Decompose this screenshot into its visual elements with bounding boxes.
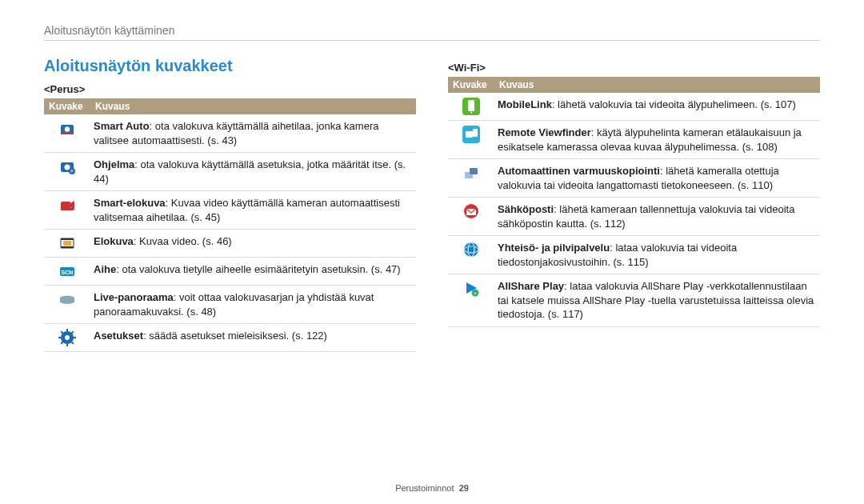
table-row: Live-panoraama: voit ottaa valokuvasarja… — [44, 286, 416, 324]
row-term: Asetukset — [94, 330, 143, 342]
row-description: Live-panoraama: voit ottaa valokuvasarja… — [90, 286, 416, 324]
row-description: Asetukset: säädä asetukset mieleisiksesi… — [90, 324, 416, 352]
svg-rect-33 — [470, 168, 478, 174]
row-description: MobileLink: lähetä valokuvia tai videoit… — [494, 93, 820, 121]
page-footer: Perustoiminnot 29 — [44, 475, 820, 504]
mobilelink-icon — [462, 98, 480, 115]
col-icon: Kuvake — [448, 77, 494, 93]
svg-point-28 — [470, 112, 472, 114]
svg-point-4 — [65, 165, 70, 170]
svg-rect-18 — [66, 329, 68, 333]
remote-viewfinder-icon — [462, 126, 480, 143]
row-description: Ohjelma: ota valokuva käyttämällä asetuk… — [90, 153, 416, 191]
footer-page: 29 — [459, 483, 469, 493]
row-term: MobileLink — [498, 98, 552, 110]
row-description: Sähköposti: lähetä kameraan tallennettuj… — [494, 198, 820, 236]
breadcrumb: Aloitusnäytön käyttäminen — [44, 24, 820, 37]
row-term: Live-panoraama — [94, 291, 174, 303]
table-row: Sähköposti: lähetä kameraan tallennettuj… — [448, 198, 820, 236]
row-description: Aihe: ota valokuva tietylle aiheelle esi… — [90, 258, 416, 286]
svg-rect-2 — [61, 132, 74, 134]
table-row: SCNAihe: ota valokuva tietylle aiheelle … — [44, 258, 416, 286]
row-text: : lähetä valokuvia tai videoita älypuhel… — [552, 98, 796, 110]
allshare-icon: + — [462, 279, 480, 297]
row-term: Sähköposti — [498, 203, 554, 215]
table-row: Automaattinen varmuuskopiointi: lähetä k… — [448, 159, 820, 198]
email-icon — [462, 202, 480, 220]
svg-rect-27 — [468, 100, 474, 111]
row-term: Aihe — [94, 263, 116, 275]
wifi-heading: <Wi-Fi> — [448, 62, 820, 74]
row-description: AllShare Play: lataa valokuvia AllShare … — [494, 274, 820, 327]
movie-icon — [58, 234, 76, 252]
svg-point-36 — [464, 242, 478, 257]
svg-text:SCN: SCN — [62, 270, 74, 275]
page-title: Aloitusnäytön kuvakkeet — [44, 57, 416, 75]
row-term: AllShare Play — [498, 280, 564, 292]
svg-point-17 — [65, 335, 70, 340]
footer-section: Perustoiminnot — [395, 483, 454, 493]
row-term: Ohjelma — [94, 158, 134, 170]
cloud-icon — [462, 241, 480, 258]
svg-rect-7 — [61, 202, 70, 209]
col-icon: Kuvake — [44, 98, 90, 114]
row-description: Remote Viewfinder: käytä älypuhelinta ka… — [494, 121, 820, 159]
row-text: : Kuvaa video. (s. 46) — [134, 235, 232, 247]
svg-rect-11 — [61, 238, 74, 240]
table-row: +AllShare Play: lataa valokuvia AllShare… — [448, 274, 820, 327]
row-text: : ota valokuva tietylle aiheelle esimäär… — [116, 263, 401, 275]
svg-rect-20 — [72, 337, 76, 338]
table-row: Remote Viewfinder: käytä älypuhelinta ka… — [448, 121, 820, 159]
svg-rect-13 — [63, 241, 71, 246]
settings-icon — [58, 329, 76, 346]
row-term: Remote Viewfinder — [498, 126, 591, 138]
perus-table: Kuvake Kuvaus Smart Auto: ota valokuva k… — [44, 98, 416, 352]
col-desc: Kuvaus — [90, 98, 416, 114]
row-description: Smart-elokuva: Kuvaa video käyttämällä k… — [90, 191, 416, 230]
table-row: POhjelma: ota valokuva käyttämällä asetu… — [44, 153, 416, 191]
svg-rect-30 — [466, 131, 473, 138]
smart-movie-icon — [58, 196, 76, 214]
svg-rect-12 — [61, 246, 74, 248]
divider — [44, 40, 820, 41]
svg-rect-31 — [473, 129, 478, 137]
table-row: Smart-elokuva: Kuvaa video käyttämällä k… — [44, 191, 416, 230]
row-term: Elokuva — [94, 235, 134, 247]
col-desc: Kuvaus — [494, 77, 820, 93]
table-row: Smart Auto: ota valokuva käyttämällä aih… — [44, 114, 416, 153]
row-term: Yhteisö- ja pilvipalvelu — [498, 242, 610, 254]
row-description: Smart Auto: ota valokuva käyttämällä aih… — [90, 114, 416, 153]
svg-text:+: + — [474, 290, 477, 295]
svg-rect-9 — [61, 208, 74, 210]
table-row: Yhteisö- ja pilvipalvelu: lataa valokuvi… — [448, 236, 820, 274]
smart-auto-icon — [58, 119, 76, 137]
row-text: : ota valokuva käyttämällä asetuksia, jo… — [94, 158, 406, 185]
program-icon: P — [58, 158, 76, 175]
row-description: Automaattinen varmuuskopiointi: lähetä k… — [494, 159, 820, 198]
row-term: Smart Auto — [94, 120, 150, 132]
row-term: Smart-elokuva — [94, 197, 166, 209]
row-term: Automaattinen varmuuskopiointi — [498, 165, 660, 177]
row-description: Yhteisö- ja pilvipalvelu: lataa valokuvi… — [494, 236, 820, 274]
svg-rect-24 — [58, 337, 62, 338]
perus-heading: <Perus> — [44, 83, 416, 95]
svg-rect-22 — [66, 342, 68, 346]
live-panorama-icon — [58, 290, 76, 308]
svg-point-1 — [65, 126, 70, 131]
table-row: Elokuva: Kuvaa video. (s. 46) — [44, 230, 416, 258]
scene-icon: SCN — [58, 262, 76, 280]
table-row: Asetukset: säädä asetukset mieleisiksesi… — [44, 324, 416, 352]
wifi-table: Kuvake Kuvaus MobileLink: lähetä valokuv… — [448, 77, 820, 327]
row-description: Elokuva: Kuvaa video. (s. 46) — [90, 230, 416, 258]
table-row: MobileLink: lähetä valokuvia tai videoit… — [448, 93, 820, 121]
auto-backup-icon — [462, 164, 480, 182]
row-text: : säädä asetukset mieleisiksesi. (s. 122… — [143, 330, 327, 342]
